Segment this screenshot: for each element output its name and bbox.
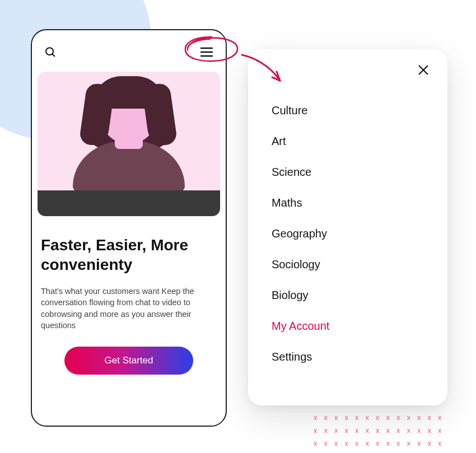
close-icon[interactable] bbox=[415, 62, 432, 78]
menu-panel: CultureArtScienceMathsGeographySociology… bbox=[248, 49, 447, 405]
x-pattern-decor: xxxxxxxxxxxxxxxxxxxxxxxxxxxxxxxxxxxxxxx bbox=[314, 413, 476, 447]
hero-illustration bbox=[38, 72, 220, 216]
menu-item-sociology[interactable]: Sociology bbox=[272, 249, 432, 280]
phone-frame: Faster, Easier, More convenienty That's … bbox=[31, 29, 227, 427]
hero-description: That's what your customers want Keep the… bbox=[41, 286, 217, 331]
menu-item-culture[interactable]: Culture bbox=[272, 95, 432, 126]
menu-item-my-account[interactable]: My Account bbox=[272, 311, 432, 342]
hero-content: Faster, Easier, More convenienty That's … bbox=[38, 216, 220, 414]
menu-item-science[interactable]: Science bbox=[272, 157, 432, 188]
phone-header bbox=[38, 44, 220, 72]
menu-icon[interactable] bbox=[198, 44, 216, 60]
menu-item-geography[interactable]: Geography bbox=[272, 218, 432, 249]
menu-item-settings[interactable]: Settings bbox=[272, 342, 432, 372]
svg-line-1 bbox=[52, 54, 54, 56]
search-icon[interactable] bbox=[42, 44, 59, 60]
menu-close-row bbox=[264, 62, 432, 78]
menu-item-art[interactable]: Art bbox=[272, 126, 432, 157]
menu-item-maths[interactable]: Maths bbox=[272, 188, 432, 218]
get-started-button[interactable]: Get Started bbox=[64, 347, 193, 375]
menu-list: CultureArtScienceMathsGeographySociology… bbox=[264, 95, 432, 372]
hero-title: Faster, Easier, More convenienty bbox=[41, 235, 217, 274]
menu-item-biology[interactable]: Biology bbox=[272, 280, 432, 311]
